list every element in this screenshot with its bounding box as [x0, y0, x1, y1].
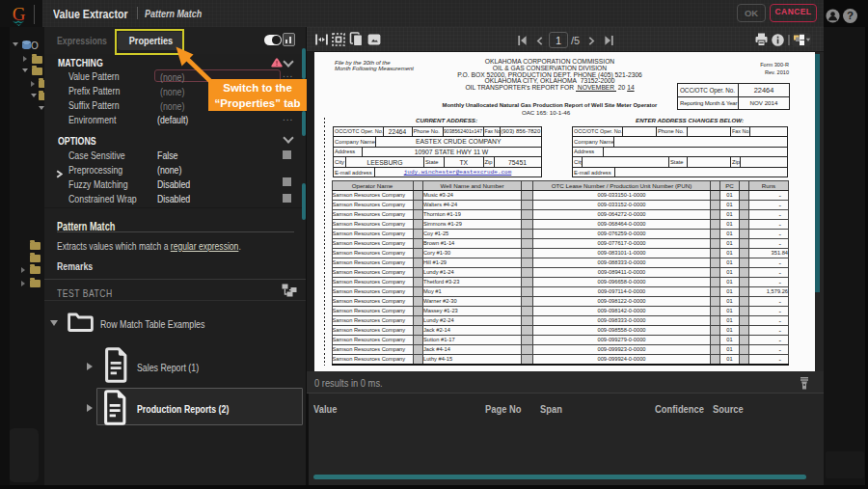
- svg-text:G: G: [13, 4, 26, 24]
